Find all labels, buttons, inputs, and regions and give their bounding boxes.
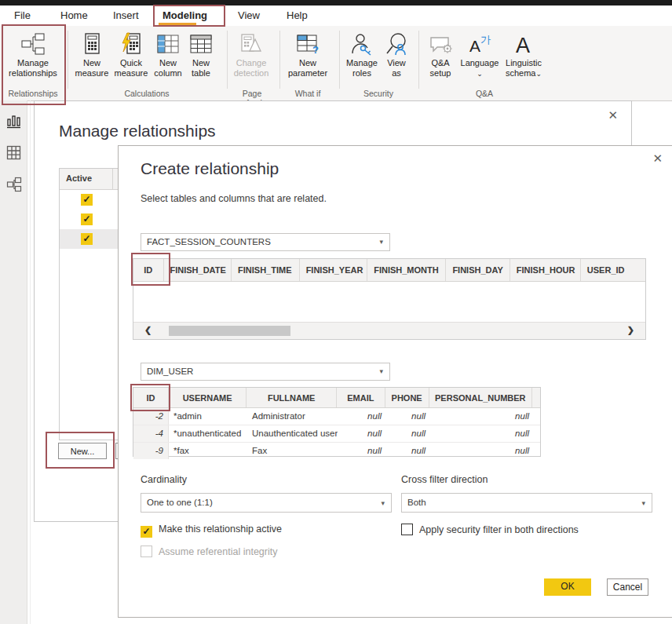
column-header[interactable]: PERSONAL_NUMBER xyxy=(429,388,532,407)
referential-integrity-checkbox-row: Assume referential integrity xyxy=(141,546,277,557)
manage-roles-button[interactable]: Manage roles xyxy=(344,32,380,78)
column-header[interactable]: FULLNAME xyxy=(247,388,337,407)
linguistic-schema-button[interactable]: A Linguistic schema⌄ xyxy=(501,32,546,79)
group-label-security: Security xyxy=(344,89,413,98)
column-header[interactable]: FINISH_DAY xyxy=(446,259,509,281)
report-view-icon[interactable] xyxy=(6,114,21,129)
menu-help[interactable]: Help xyxy=(287,9,308,21)
menu-modeling[interactable]: Modeling xyxy=(163,9,207,21)
cardinality-dropdown[interactable]: One to one (1:1) ▾ xyxy=(141,493,392,513)
data-view-icon[interactable] xyxy=(6,145,21,160)
security-filter-checkbox-row[interactable]: Apply security filter in both directions xyxy=(401,524,579,535)
table-row[interactable]: -4 *unauthenticated Unauthenticated user… xyxy=(133,425,540,443)
cell-personal-number: null xyxy=(430,408,534,425)
linguistic-schema-label: Linguistic schema⌄ xyxy=(501,58,546,79)
qa-setup-label: Q&A setup xyxy=(422,58,458,78)
scroll-left-icon[interactable]: ❮ xyxy=(144,325,152,335)
active-checkbox[interactable]: ✓ xyxy=(81,213,93,225)
change-detection-label: Change detection xyxy=(229,58,273,78)
menu-home[interactable]: Home xyxy=(60,9,88,21)
security-filter-checkbox[interactable] xyxy=(401,524,413,535)
column-header[interactable]: ID xyxy=(133,259,164,281)
make-active-checkbox-row[interactable]: ✓Make this relationship active xyxy=(141,524,282,538)
new-relationship-button[interactable]: New... xyxy=(58,443,107,459)
new-parameter-icon: ? xyxy=(296,32,320,56)
create-dialog-title: Create relationship xyxy=(141,159,279,178)
column-header[interactable]: FINISH_MONTH xyxy=(367,259,446,281)
ribbon-separator xyxy=(68,31,68,89)
cross-filter-value: Both xyxy=(407,498,426,507)
cell-fullname: Unauthenticated user xyxy=(247,425,338,442)
new-table-icon xyxy=(189,32,213,56)
new-column-label: New column xyxy=(151,58,185,78)
language-button[interactable]: A 가 Language⌄ xyxy=(458,32,501,79)
new-measure-button[interactable]: New measure xyxy=(72,32,111,78)
language-icon: A 가 xyxy=(466,32,493,56)
active-checkbox[interactable]: ✓ xyxy=(81,233,93,245)
menu-insert[interactable]: Insert xyxy=(113,9,139,21)
menu-view[interactable]: View xyxy=(238,9,260,21)
manage-relationships-button[interactable]: Manage relationships xyxy=(2,32,64,78)
svg-text:A: A xyxy=(516,34,530,56)
from-table-dropdown[interactable]: FACT_SESSION_COUNTERS ▾ xyxy=(141,233,390,251)
cardinality-label: Cardinality xyxy=(141,474,187,485)
close-icon[interactable]: ✕ xyxy=(652,153,663,164)
group-label-qa: Q&A xyxy=(422,89,546,98)
create-relationship-dialog: ✕ Create relationship Select tables and … xyxy=(118,145,672,618)
cell-email: null xyxy=(338,443,386,459)
horizontal-scrollbar[interactable]: ❮ ❯ xyxy=(133,322,645,339)
menu-file[interactable]: File xyxy=(14,9,31,21)
chevron-down-icon: ▾ xyxy=(379,238,383,246)
manage-roles-label: Manage roles xyxy=(344,58,380,78)
column-header[interactable]: FINISH_DATE xyxy=(164,259,232,281)
active-checkbox[interactable]: ✓ xyxy=(81,194,93,206)
new-column-button[interactable]: New column xyxy=(151,32,185,78)
column-header[interactable]: PHONE xyxy=(385,388,429,407)
chevron-down-icon: ▾ xyxy=(381,499,385,507)
table-row[interactable]: -9 *fax Fax null null null xyxy=(133,443,540,459)
new-parameter-button[interactable]: ? New parameter xyxy=(286,32,330,78)
new-parameter-label: New parameter xyxy=(286,58,330,78)
canvas-border xyxy=(30,100,31,624)
scroll-right-icon[interactable]: ❯ xyxy=(627,325,634,335)
cell-email: null xyxy=(338,425,386,442)
svg-text:A: A xyxy=(469,37,480,55)
new-table-button[interactable]: New table xyxy=(185,32,217,78)
cell-username: *admin xyxy=(169,408,247,425)
view-as-label: View as xyxy=(382,58,411,78)
model-view-icon[interactable] xyxy=(6,177,22,192)
cross-filter-dropdown[interactable]: Both ▾ xyxy=(401,493,652,513)
manage-relationships-label: Manage relationships xyxy=(2,58,64,78)
chevron-down-icon: ▾ xyxy=(379,367,383,375)
ribbon: Manage relationships Relationships New m… xyxy=(0,26,672,101)
new-measure-label: New measure xyxy=(72,58,111,78)
ok-button[interactable]: OK xyxy=(544,578,591,596)
cell-phone: null xyxy=(386,443,430,459)
column-header[interactable]: ID xyxy=(133,388,169,407)
column-header[interactable]: USERNAME xyxy=(169,388,247,407)
ribbon-separator xyxy=(418,31,419,89)
cancel-button[interactable]: Cancel xyxy=(607,578,648,596)
group-label-relationships: Relationships xyxy=(0,89,66,98)
column-header[interactable]: EMAIL xyxy=(337,388,385,407)
scrollbar-thumb[interactable] xyxy=(169,326,290,336)
view-as-button[interactable]: View as xyxy=(382,32,411,78)
change-detection-button[interactable]: Change detection xyxy=(229,32,273,78)
cell-id: -4 xyxy=(133,425,169,442)
window-titlebar xyxy=(0,0,672,5)
quick-measure-button[interactable]: Quick measure xyxy=(111,32,151,78)
create-dialog-subtitle: Select tables and columns that are relat… xyxy=(141,193,327,204)
qa-setup-button[interactable]: Q&A setup xyxy=(422,32,458,78)
table-row[interactable]: -2 *admin Administrator null null null xyxy=(133,408,540,425)
close-icon[interactable]: ✕ xyxy=(608,110,618,121)
column-header[interactable]: USER_ID xyxy=(581,259,645,281)
column-header[interactable]: FINISH_TIME xyxy=(232,259,300,281)
cell-username: *fax xyxy=(169,443,247,459)
to-table-dropdown[interactable]: DIM_USER ▾ xyxy=(141,363,390,381)
make-active-checkbox[interactable]: ✓ xyxy=(141,526,152,538)
quick-measure-icon xyxy=(120,32,142,56)
new-column-icon xyxy=(156,32,180,56)
language-label: Language⌄ xyxy=(458,58,501,79)
column-header[interactable]: FINISH_YEAR xyxy=(300,259,368,281)
column-header[interactable]: FINISH_HOUR xyxy=(510,259,581,281)
